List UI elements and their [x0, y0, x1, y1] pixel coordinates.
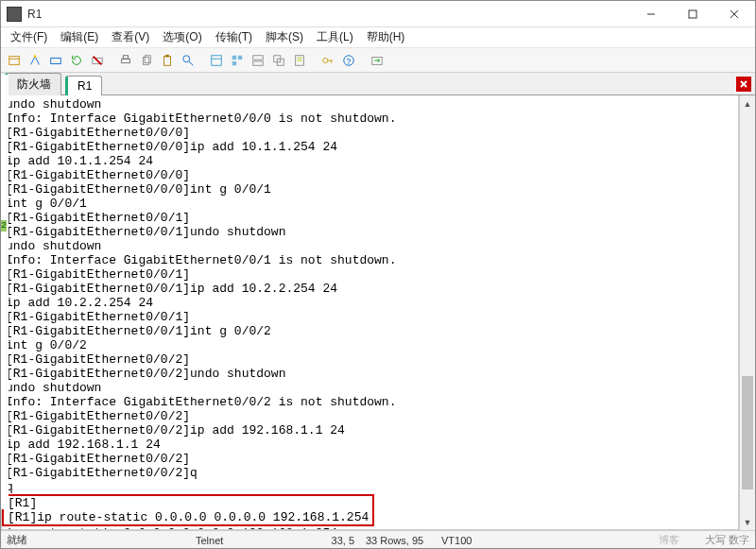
window-title: R1	[27, 8, 630, 21]
maximize-button[interactable]	[672, 1, 713, 27]
tool-reconnect-icon[interactable]	[67, 51, 86, 70]
tool-session-list-icon[interactable]	[228, 51, 247, 70]
svg-rect-13	[145, 55, 150, 62]
tool-tile-icon[interactable]	[249, 51, 267, 70]
toolbar: ?	[1, 48, 755, 73]
left-gutter: 2	[1, 75, 9, 509]
svg-line-17	[189, 60, 193, 64]
minimize-button[interactable]	[630, 1, 672, 27]
status-position: 33, 5	[294, 535, 360, 546]
titlebar: R1	[1, 1, 755, 27]
svg-point-6	[34, 55, 37, 58]
terminal-output[interactable]: undo shutdown Info: Interface GigabitEth…	[1, 95, 739, 530]
window-controls	[630, 1, 755, 27]
tab-label: R1	[77, 79, 92, 93]
tab-close-icon[interactable]	[736, 77, 751, 92]
tabbar: 防火墙 R1	[1, 73, 755, 95]
svg-rect-7	[51, 58, 61, 63]
svg-point-16	[183, 55, 190, 61]
svg-point-30	[323, 58, 328, 62]
tool-cascade-icon[interactable]	[269, 51, 288, 70]
svg-rect-1	[689, 10, 696, 18]
svg-rect-24	[253, 60, 264, 64]
tab-firewall[interactable]: 防火墙	[5, 73, 61, 95]
gutter-mark: 2	[1, 220, 7, 232]
svg-rect-21	[238, 55, 242, 59]
tool-new-session-icon[interactable]	[5, 51, 24, 70]
tool-script-icon[interactable]	[290, 51, 309, 70]
svg-rect-14	[164, 56, 171, 65]
scroll-thumb[interactable]	[742, 376, 753, 489]
svg-rect-22	[232, 60, 236, 64]
svg-rect-18	[212, 55, 222, 65]
svg-rect-23	[253, 55, 264, 59]
tab-label: 防火墙	[17, 77, 51, 91]
scroll-up-icon[interactable]: ▲	[740, 95, 755, 112]
close-button[interactable]	[713, 1, 755, 27]
tool-find-icon[interactable]	[179, 51, 198, 70]
menubar: 文件(F) 编辑(E) 查看(V) 选项(O) 传输(T) 脚本(S) 工具(L…	[1, 27, 755, 48]
menu-edit[interactable]: 编辑(E)	[55, 27, 104, 47]
tool-help-icon[interactable]: ?	[339, 51, 358, 70]
svg-rect-20	[232, 55, 236, 59]
tool-paste-icon[interactable]	[158, 51, 177, 70]
app-icon	[7, 7, 22, 22]
menu-file[interactable]: 文件(F)	[5, 27, 53, 47]
scroll-down-icon[interactable]: ▼	[740, 514, 755, 530]
tool-key-icon[interactable]	[318, 51, 337, 70]
tool-disconnect-icon[interactable]	[88, 51, 107, 70]
svg-text:?: ?	[347, 56, 352, 65]
svg-rect-10	[122, 59, 130, 62]
status-size: 33 Rows, 95	[360, 535, 436, 546]
menu-script[interactable]: 脚本(S)	[260, 27, 309, 47]
tool-quick-connect-icon[interactable]	[26, 51, 44, 70]
tool-print-icon[interactable]	[116, 51, 135, 70]
status-text: 就绪	[1, 533, 190, 547]
svg-rect-15	[165, 54, 169, 57]
menu-view[interactable]: 查看(V)	[106, 27, 155, 47]
scroll-track[interactable]	[740, 112, 755, 514]
menu-help[interactable]: 帮助(H)	[361, 27, 411, 47]
tab-r1[interactable]: R1	[65, 76, 102, 95]
tool-copy-icon[interactable]	[137, 51, 156, 70]
status-term: VT100	[436, 535, 511, 546]
menu-tools[interactable]: 工具(L)	[311, 27, 359, 47]
terminal-area: undo shutdown Info: Interface GigabitEth…	[1, 95, 755, 530]
svg-rect-4	[9, 56, 20, 64]
menu-transfer[interactable]: 传输(T)	[210, 27, 258, 47]
scrollbar[interactable]: ▲ ▼	[739, 95, 755, 530]
status-protocol: Telnet	[190, 535, 294, 546]
svg-rect-12	[144, 57, 149, 64]
tool-props-icon[interactable]	[207, 51, 226, 70]
svg-rect-11	[123, 55, 128, 59]
status-extra: 大写 数字	[699, 533, 755, 547]
statusbar: 就绪 Telnet 33, 5 33 Rows, 95 VT100 大写 数字	[1, 530, 755, 549]
tool-sftp-icon[interactable]	[368, 51, 387, 70]
tool-connect-icon[interactable]	[46, 51, 65, 70]
menu-options[interactable]: 选项(O)	[157, 27, 207, 47]
